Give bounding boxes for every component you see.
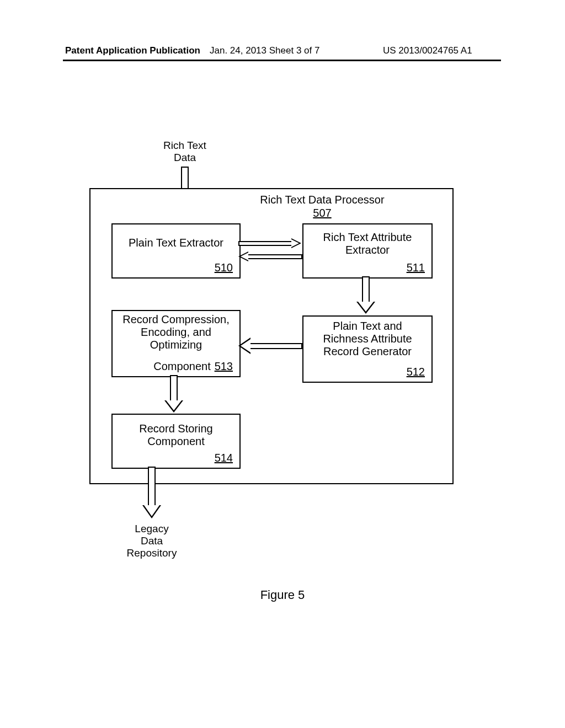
rich-attr-line2: Extractor — [303, 244, 431, 256]
record-gen-ref: 512 — [407, 366, 425, 378]
store-ref: 514 — [215, 452, 233, 464]
store-line1: Record Storing — [113, 422, 239, 435]
header-right: US 2013/0024765 A1 — [383, 45, 472, 56]
arrow-514-to-output — [142, 467, 161, 520]
compress-line2: Encoding, and — [113, 326, 239, 339]
rich-attr-ref: 511 — [407, 261, 425, 274]
arrow-513-to-514 — [164, 375, 183, 414]
plain-text-extractor-ref: 510 — [215, 261, 233, 274]
record-gen-line2: Richness Attribute — [303, 333, 431, 345]
input-label-line1: Rich Text — [152, 140, 218, 152]
output-line2: Data — [116, 535, 188, 547]
output-label: Legacy Data Repository — [116, 523, 188, 559]
arrow-511-to-512 — [356, 276, 375, 315]
arrow-510-to-511 — [238, 238, 302, 248]
output-line3: Repository — [116, 547, 188, 559]
compress-ref: 513 — [215, 360, 233, 373]
compress-line1: Record Compression, — [113, 313, 239, 326]
plain-text-extractor: Plain Text Extractor 510 — [111, 223, 241, 279]
record-gen-line1: Plain Text and — [303, 320, 431, 333]
output-line1: Legacy — [116, 523, 188, 535]
record-compression: Record Compression, Encoding, and Optimi… — [111, 310, 241, 377]
processor-ref: 507 — [206, 207, 438, 220]
arrow-511-to-510 — [238, 251, 302, 261]
header-rule — [63, 60, 501, 61]
compress-line3: Optimizing — [113, 339, 239, 351]
input-label: Rich Text Data — [152, 140, 218, 164]
processor-title: Rich Text Data Processor — [206, 194, 438, 206]
store-line2: Component — [113, 435, 239, 448]
page: Patent Application Publication Jan. 24, … — [0, 0, 565, 728]
header-mid: Jan. 24, 2013 Sheet 3 of 7 — [210, 45, 319, 56]
record-generator: Plain Text and Richness Attribute Record… — [302, 315, 433, 383]
rich-attr-line1: Rich Text Attribute — [303, 231, 431, 244]
arrow-512-to-513 — [238, 338, 302, 354]
record-storing: Record Storing Component 514 — [111, 414, 241, 469]
input-label-line2: Data — [152, 152, 218, 164]
rich-text-attribute-extractor: Rich Text Attribute Extractor 511 — [302, 223, 433, 279]
figure-caption: Figure 5 — [0, 588, 565, 602]
plain-text-extractor-title: Plain Text Extractor — [113, 237, 239, 249]
record-gen-line3: Record Generator — [303, 345, 431, 358]
compress-line4: Component — [141, 360, 210, 372]
header-left: Patent Application Publication — [65, 45, 200, 56]
